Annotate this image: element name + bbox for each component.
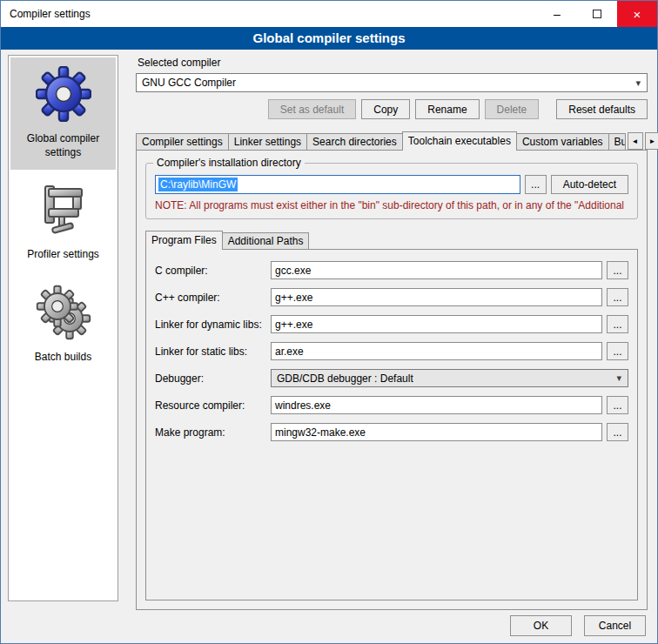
maximize-button[interactable] — [577, 1, 617, 27]
dialog-footer: OK Cancel — [510, 615, 646, 636]
sidebar-item-profiler-settings[interactable]: Profiler settings — [10, 173, 116, 272]
content-panel: Selected compiler GNU GCC Compiler ▾ Set… — [136, 55, 648, 610]
note-text: NOTE: All programs must exist either in … — [155, 199, 628, 211]
make-program-browse-button[interactable]: ... — [607, 423, 628, 441]
linker-dynamic-label: Linker for dynamic libs: — [155, 319, 266, 331]
dialog-body: Global compiler settings Profiler settin… — [1, 50, 657, 643]
installation-directory-browse-button[interactable]: ... — [525, 175, 547, 194]
chevron-down-icon: ▾ — [616, 372, 621, 384]
debugger-row: Debugger: GDB/CDB debugger : Default ▾ — [155, 369, 628, 387]
linker-dynamic-browse-button[interactable]: ... — [607, 315, 628, 333]
tab-scroll-buttons: ◄ ► — [628, 132, 658, 150]
selected-compiler-label: Selected compiler — [138, 57, 648, 69]
toolchain-executables-panel: Compiler's installation directory C:\ray… — [136, 150, 648, 610]
cpp-compiler-browse-button[interactable]: ... — [607, 288, 628, 306]
debugger-label: Debugger: — [155, 372, 266, 385]
window-controls: – × — [537, 1, 657, 27]
program-files-tabstrip: Program Files Additional Paths — [145, 230, 638, 249]
sidebar-item-label: Batch builds — [35, 351, 91, 365]
copy-button[interactable]: Copy — [361, 99, 410, 119]
close-button[interactable]: × — [617, 1, 657, 27]
make-program-value: mingw32-make.exe — [275, 426, 366, 439]
make-program-label: Make program: — [155, 426, 266, 439]
c-compiler-input[interactable]: gcc.exe — [271, 261, 602, 279]
gear-stack-icon — [36, 285, 91, 340]
debugger-select-value: GDB/CDB debugger : Default — [277, 372, 413, 385]
installation-directory-input[interactable]: C:\raylib\MinGW — [155, 175, 520, 194]
linker-static-value: ar.exe — [275, 345, 304, 358]
rename-button[interactable]: Rename — [415, 99, 479, 119]
tab-toolchain-executables[interactable]: Toolchain executables — [402, 131, 517, 151]
linker-static-label: Linker for static libs: — [155, 345, 266, 358]
sidebar-item-label: Profiler settings — [27, 248, 99, 262]
resource-compiler-browse-button[interactable]: ... — [607, 396, 628, 414]
linker-static-row: Linker for static libs: ar.exe ... — [155, 342, 628, 360]
gear-icon — [36, 66, 91, 122]
dialog-banner-title: Global compiler settings — [1, 27, 657, 50]
auto-detect-button[interactable]: Auto-detect — [551, 175, 628, 194]
sidebar-item-label: Global compiler settings — [14, 132, 112, 159]
c-compiler-label: C compiler: — [155, 265, 266, 277]
tab-search-directories[interactable]: Search directories — [306, 133, 403, 150]
compiler-settings-window: Compiler settings – × Global compiler se… — [0, 0, 658, 644]
linker-static-browse-button[interactable]: ... — [607, 342, 628, 360]
sidebar-item-batch-builds[interactable]: Batch builds — [10, 276, 116, 375]
delete-button[interactable]: Delete — [485, 99, 540, 119]
minimize-icon: – — [554, 7, 561, 21]
linker-dynamic-input[interactable]: g++.exe — [271, 315, 602, 333]
linker-static-input[interactable]: ar.exe — [271, 342, 602, 360]
tab-custom-variables[interactable]: Custom variables — [516, 133, 609, 150]
reset-defaults-button[interactable]: Reset defaults — [556, 99, 648, 119]
cpp-compiler-row: C++ compiler: g++.exe ... — [155, 288, 628, 306]
minimize-button[interactable]: – — [537, 1, 577, 27]
linker-dynamic-row: Linker for dynamic libs: g++.exe ... — [155, 315, 628, 333]
settings-sidebar: Global compiler settings Profiler settin… — [8, 55, 118, 601]
installation-directory-value: C:\raylib\MinGW — [158, 178, 238, 191]
make-program-row: Make program: mingw32-make.exe ... — [155, 423, 628, 441]
installation-directory-group: Compiler's installation directory C:\ray… — [145, 163, 638, 219]
tab-build-options-label: Build options — [614, 136, 626, 148]
installation-directory-row: C:\raylib\MinGW ... Auto-detect — [155, 175, 628, 194]
tab-compiler-settings[interactable]: Compiler settings — [136, 133, 229, 150]
installation-directory-group-title: Compiler's installation directory — [153, 157, 305, 169]
compiler-select[interactable]: GNU GCC Compiler ▾ — [136, 73, 648, 92]
cpp-compiler-input[interactable]: g++.exe — [271, 288, 602, 306]
program-files-panel: C compiler: gcc.exe ... C++ compiler: g+… — [145, 249, 638, 600]
resource-compiler-value: windres.exe — [275, 399, 331, 412]
ok-button[interactable]: OK — [510, 615, 572, 636]
settings-tabstrip: Compiler settings Linker settings Search… — [136, 131, 648, 150]
make-program-input[interactable]: mingw32-make.exe — [271, 423, 602, 441]
tab-additional-paths[interactable]: Additional Paths — [222, 232, 310, 249]
set-as-default-button[interactable]: Set as default — [268, 99, 356, 119]
linker-dynamic-value: g++.exe — [275, 319, 312, 331]
window-title: Compiler settings — [1, 8, 91, 20]
close-icon: × — [634, 7, 641, 22]
clamp-icon — [36, 182, 91, 238]
tab-program-files[interactable]: Program Files — [145, 231, 223, 250]
c-compiler-value: gcc.exe — [275, 265, 311, 277]
cpp-compiler-label: C++ compiler: — [155, 292, 266, 304]
resource-compiler-label: Resource compiler: — [155, 399, 266, 412]
tab-build-options[interactable]: Build options — [608, 133, 626, 150]
debugger-select[interactable]: GDB/CDB debugger : Default ▾ — [271, 369, 628, 387]
arrow-left-icon: ◄ — [632, 138, 639, 145]
cpp-compiler-value: g++.exe — [275, 292, 312, 304]
tab-scroll-left-button[interactable]: ◄ — [628, 132, 643, 150]
sidebar-item-global-compiler-settings[interactable]: Global compiler settings — [10, 57, 116, 170]
resource-compiler-input[interactable]: windres.exe — [271, 396, 602, 414]
resource-compiler-row: Resource compiler: windres.exe ... — [155, 396, 628, 414]
compiler-select-value: GNU GCC Compiler — [142, 77, 236, 89]
chevron-down-icon: ▾ — [635, 77, 641, 89]
cancel-button[interactable]: Cancel — [584, 615, 646, 636]
c-compiler-row: C compiler: gcc.exe ... — [155, 261, 628, 279]
tab-linker-settings[interactable]: Linker settings — [228, 133, 307, 150]
arrow-right-icon: ► — [649, 138, 656, 145]
c-compiler-browse-button[interactable]: ... — [607, 261, 628, 279]
tab-scroll-right-button[interactable]: ► — [645, 132, 658, 150]
maximize-icon — [593, 10, 601, 18]
titlebar[interactable]: Compiler settings – × — [1, 1, 657, 27]
compiler-action-buttons: Set as default Copy Rename Delete Reset … — [136, 99, 648, 119]
